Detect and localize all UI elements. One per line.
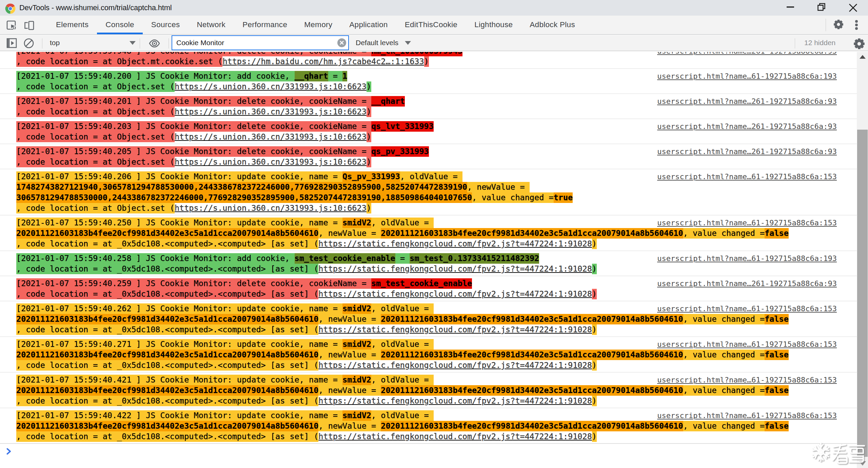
message-highlight-value: sm_test_cookie_enable	[295, 253, 395, 264]
context-selector-arrow-icon[interactable]	[130, 41, 136, 45]
message-text: , value changed =	[683, 228, 765, 239]
scrollbar-down-arrow-icon[interactable]	[859, 461, 866, 466]
tab-sources[interactable]: Sources	[143, 16, 189, 34]
console-scrollbar[interactable]	[857, 52, 868, 468]
device-toolbar-icon[interactable]	[24, 20, 35, 31]
message-text: , code location = at _0x5dc108.<computed…	[16, 289, 318, 299]
live-expression-eye-icon[interactable]	[149, 39, 160, 48]
close-button[interactable]	[845, 0, 861, 16]
window-title: DevTools - www.ishumei.com/trial/captcha…	[19, 0, 172, 16]
message-source-url-link[interactable]: https://static.fengkongcloud.com/fpv2.js…	[318, 360, 592, 371]
message-text: [2021-01-07 15:59:40.201 ] JS Cookie Mon…	[16, 96, 371, 107]
message-text: )	[367, 157, 371, 167]
log-levels-arrow-icon[interactable]	[405, 41, 411, 45]
message-text: , value changed =	[683, 314, 765, 324]
restore-button[interactable]	[813, 0, 829, 16]
toolbar-separator-4	[795, 38, 795, 49]
source-location-link[interactable]: userscript.html?name…61-192715a88c6a:153	[657, 410, 837, 421]
tab-console[interactable]: Console	[97, 16, 143, 34]
inspect-element-icon[interactable]	[6, 20, 17, 31]
message-text: , newValue =	[318, 350, 381, 360]
message-source-url-link[interactable]: https://static.fengkongcloud.com/fpv2.js…	[318, 239, 592, 249]
restore-icon	[817, 3, 826, 13]
message-highlight-value: smidV2	[342, 375, 371, 385]
message-source-url-link[interactable]: https://static.fengkongcloud.com/fpv2.js…	[318, 396, 592, 406]
console-toolbar: top Default levels 12 hidden	[0, 35, 868, 51]
message-highlight-value: 202011121603183b4fee20cf9981d34402e3c5a1…	[16, 385, 318, 396]
message-highlight-value: 202011121603183b4fee20cf9981d34402e3c5a1…	[381, 314, 683, 324]
toolbar-separator-1	[42, 38, 42, 49]
message-highlight-value: __qhart	[295, 71, 328, 81]
tab-lighthouse[interactable]: Lighthouse	[466, 16, 521, 34]
message-source-url-link[interactable]: https://s.union.360.cn/331993.js:10:6623	[175, 81, 367, 92]
message-text: , oldValue =	[400, 171, 462, 182]
tab-memory[interactable]: Memory	[296, 16, 341, 34]
log-levels-selector[interactable]: Default levels	[356, 35, 398, 51]
console-sidebar-toggle-icon[interactable]	[6, 38, 17, 48]
settings-gear-icon[interactable]	[833, 19, 844, 30]
message-text: , value changed =	[683, 421, 765, 431]
source-location-link[interactable]: userscript.html?name…261-192715a88c6a:93	[657, 278, 837, 289]
minimize-button[interactable]	[783, 0, 798, 16]
message-highlight-value: 202011121603183b4fee20cf9981d34402e3c5a1…	[381, 350, 683, 360]
console-settings-gear-icon[interactable]	[853, 38, 865, 50]
filter-input[interactable]	[176, 36, 332, 50]
source-location-link[interactable]: userscript.html?name…61-192715a88c6a:153	[657, 339, 837, 350]
context-selector[interactable]: top	[50, 35, 60, 51]
console-message-row-update: [2021-01-07 15:59:40.250 ] JS Cookie Mon…	[0, 216, 868, 251]
message-text: [2021-01-07 15:59:40.258 ] JS Cookie Mon…	[16, 253, 295, 264]
tab-elements[interactable]: Elements	[47, 16, 97, 34]
message-text: )	[367, 81, 371, 92]
tab-application[interactable]: Application	[341, 16, 396, 34]
message-source-url-link[interactable]: https://static.fengkongcloud.com/fpv2.js…	[318, 264, 592, 274]
message-highlight-value: smidV2	[342, 410, 371, 421]
message-source-url-link[interactable]: https://static.fengkongcloud.com/fpv2.js…	[318, 431, 592, 442]
message-text: )	[592, 264, 597, 274]
message-highlight-value: 3065781294788530000,2443386782372246000,…	[16, 192, 472, 203]
tab-editthiscookie[interactable]: EditThisCookie	[396, 16, 466, 34]
message-source-url-link[interactable]: https://hm.baidu.com/hm.js?cabe4c2…:1:16…	[222, 56, 424, 67]
console-message-line: , code location = at Object.set (https:/…	[16, 107, 817, 117]
message-source-url-link[interactable]: https://static.fengkongcloud.com/fpv2.js…	[318, 289, 592, 299]
message-text: , value changed =	[683, 385, 765, 396]
console-message-line: , code location = at _0x5dc108.<computed…	[16, 324, 817, 335]
message-text: , code location = at _0x5dc108.<computed…	[16, 239, 318, 249]
message-highlight-value: hm_ck_1010000379943	[371, 52, 462, 56]
tab-adblock-plus[interactable]: Adblock Plus	[521, 16, 584, 34]
source-location-link[interactable]: userscript.html?name…61-192715a88c6a:153	[657, 375, 837, 385]
source-location-link[interactable]: userscript.html?name…261-192715a88c6a:93	[657, 96, 837, 107]
console-message-line: , code location = at Object.set (https:/…	[16, 157, 817, 167]
console-message-line: , code location = at _0x5dc108.<computed…	[16, 239, 817, 249]
message-text: )	[367, 132, 371, 142]
source-location-link[interactable]: userscript.html?name…261-192715a88c6a:93	[657, 146, 837, 157]
message-text: )	[592, 360, 597, 371]
scrollbar-up-arrow-icon[interactable]	[860, 55, 866, 59]
message-source-url-link[interactable]: https://static.fengkongcloud.com/fpv2.js…	[318, 324, 592, 335]
tab-performance[interactable]: Performance	[234, 16, 296, 34]
hidden-messages-count: 12 hidden	[804, 35, 835, 51]
message-text: , newValue =	[318, 385, 381, 396]
console-prompt[interactable]	[0, 443, 868, 468]
scrollbar-thumb[interactable]	[857, 130, 868, 457]
filter-clear-button[interactable]	[337, 38, 346, 47]
message-text: , newValue =	[318, 228, 381, 239]
tab-network[interactable]: Network	[189, 16, 234, 34]
source-location-link[interactable]: userscript.html?name…61-192715a88c6a:153	[657, 171, 837, 182]
message-highlight-value: __qhart	[371, 96, 405, 107]
message-source-url-link[interactable]: https://s.union.360.cn/331993.js:10:6623	[175, 107, 367, 117]
source-location-link[interactable]: userscript.html?name…61-192715a88c6a:153	[657, 303, 837, 314]
message-highlight-value: smidV2	[342, 339, 371, 350]
console-message-line: , code location = at _0x5dc108.<computed…	[16, 431, 817, 442]
source-location-link[interactable]: userscript.html?name…261-192715a88c6a:93	[657, 121, 837, 132]
source-location-link[interactable]: userscript.html?name…61-192715a88c6a:193	[657, 253, 837, 264]
message-source-url-link[interactable]: https://s.union.360.cn/331993.js:10:6623	[175, 157, 367, 167]
source-location-link[interactable]: userscript.html?name…261-192715a88c6a:93	[657, 52, 837, 56]
more-options-icon[interactable]	[855, 20, 858, 30]
source-location-link[interactable]: userscript.html?name…61-192715a88c6a:193	[657, 71, 837, 81]
clear-console-icon[interactable]	[23, 38, 34, 49]
message-text: [2021-01-07 15:59:40.259 ] JS Cookie Mon…	[16, 278, 371, 289]
source-location-link[interactable]: userscript.html?name…61-192715a88c6a:153	[657, 218, 837, 228]
console-message-row-update: [2021-01-07 15:59:40.206 ] JS Cookie Mon…	[0, 169, 868, 216]
message-source-url-link[interactable]: https://s.union.360.cn/331993.js:10:6623	[175, 203, 367, 213]
message-source-url-link[interactable]: https://s.union.360.cn/331993.js:10:6623	[175, 132, 367, 142]
